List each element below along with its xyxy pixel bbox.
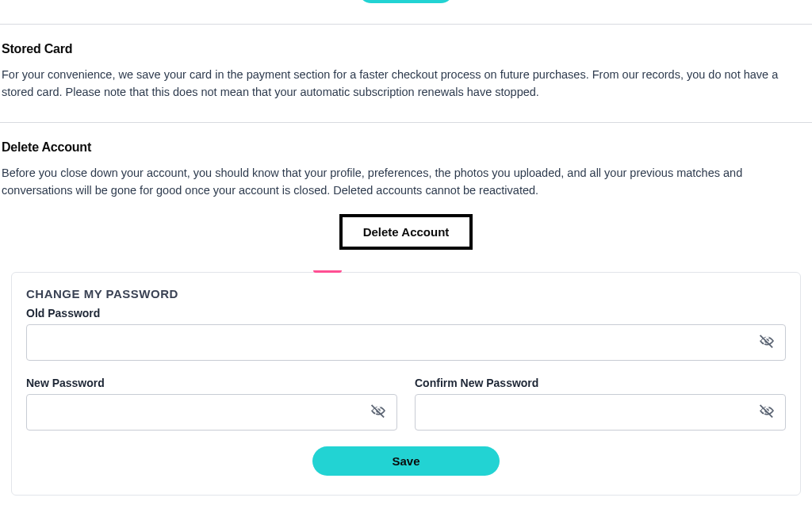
confirm-password-label: Confirm New Password	[415, 377, 786, 389]
cropped-top-button	[0, 0, 812, 3]
card-accent-tab	[313, 270, 342, 273]
new-password-col: New Password	[26, 377, 397, 431]
delete-button-row: Delete Account	[2, 214, 810, 250]
old-password-input[interactable]	[26, 324, 786, 361]
toggle-new-password-visibility[interactable]	[367, 401, 389, 423]
new-password-input[interactable]	[26, 394, 397, 431]
account-settings-page: Stored Card For your convenience, we sav…	[0, 0, 812, 496]
delete-account-text: Before you close down your account, you …	[2, 164, 810, 200]
save-button[interactable]: Save	[312, 446, 500, 476]
new-password-label: New Password	[26, 377, 397, 389]
delete-account-section: Delete Account Before you close down you…	[0, 140, 812, 250]
toggle-old-password-visibility[interactable]	[756, 331, 778, 354]
change-password-heading: CHANGE MY PASSWORD	[26, 287, 786, 300]
stored-card-section: Stored Card For your convenience, we sav…	[0, 42, 812, 101]
eye-off-icon	[758, 332, 776, 352]
primary-button-fragment[interactable]	[358, 0, 454, 3]
section-divider	[0, 122, 812, 123]
old-password-input-wrap	[26, 324, 786, 361]
old-password-row: Old Password	[26, 307, 786, 361]
stored-card-heading: Stored Card	[2, 42, 810, 56]
confirm-password-input[interactable]	[415, 394, 786, 431]
eye-off-icon	[370, 402, 387, 422]
delete-account-button[interactable]: Delete Account	[339, 214, 473, 250]
stored-card-text: For your convenience, we save your card …	[2, 66, 810, 101]
change-password-card: CHANGE MY PASSWORD Old Password New Pass…	[11, 272, 801, 496]
save-button-row: Save	[26, 446, 786, 476]
new-password-input-wrap	[26, 394, 397, 431]
old-password-label: Old Password	[26, 307, 786, 320]
confirm-password-col: Confirm New Password	[415, 377, 786, 431]
confirm-password-input-wrap	[415, 394, 786, 431]
delete-account-heading: Delete Account	[2, 140, 810, 155]
eye-off-icon	[758, 402, 776, 422]
section-divider	[0, 24, 812, 25]
toggle-confirm-password-visibility[interactable]	[756, 401, 778, 423]
